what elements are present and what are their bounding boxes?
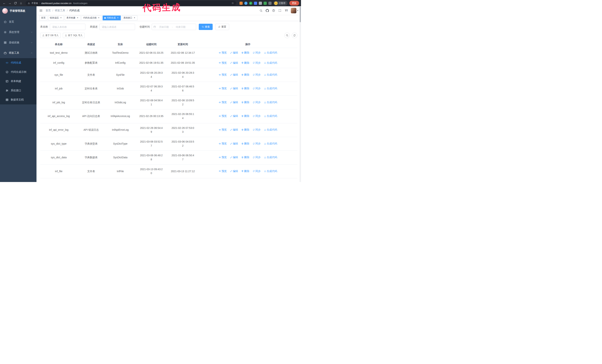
sidebar-item-codegen-example[interactable]: 代码生成示例 <box>0 67 36 77</box>
generate-code-link[interactable]: 生成代码 <box>264 51 277 55</box>
sidebar-item-home[interactable]: 首页 <box>0 17 36 27</box>
extensions-puzzle-icon[interactable] <box>269 2 271 5</box>
edit-link[interactable]: 编辑 <box>230 100 238 104</box>
sidebar-item-form-builder[interactable]: 表单构建 <box>0 77 36 86</box>
close-icon[interactable]: × <box>76 17 79 19</box>
extension-icon[interactable] <box>239 2 243 5</box>
sync-link[interactable]: 同步 <box>253 169 261 173</box>
edit-link[interactable]: 编辑 <box>230 155 238 159</box>
reset-button[interactable]: 重置 <box>215 24 229 30</box>
edit-link[interactable]: 编辑 <box>230 128 238 132</box>
extension-icon[interactable] <box>254 2 257 5</box>
preview-link[interactable]: 预览 <box>219 61 227 65</box>
font-size-icon[interactable]: TT <box>283 7 289 14</box>
delete-link[interactable]: 删除 <box>241 51 249 55</box>
sidebar-item-codegen[interactable]: 代码生成 <box>0 58 36 67</box>
user-avatar[interactable] <box>291 8 296 13</box>
generate-code-link[interactable]: 生成代码 <box>264 86 277 91</box>
sidebar-item-infrastructure[interactable]: 基础设施 <box>0 37 36 48</box>
delete-link[interactable]: 删除 <box>241 114 249 118</box>
preview-link[interactable]: 预览 <box>219 86 227 91</box>
preview-link[interactable]: 预览 <box>219 142 227 146</box>
delete-link[interactable]: 删除 <box>241 61 249 65</box>
edit-link[interactable]: 编辑 <box>230 169 238 173</box>
sidebar-item-system-api[interactable]: 系统接口 <box>0 86 36 95</box>
address-bar[interactable]: ⚠ 不安全 dashboard.yudao.iocoder.cn/tool/co… <box>26 1 236 6</box>
edit-link[interactable]: 编辑 <box>230 51 238 55</box>
delete-link[interactable]: 删除 <box>241 128 249 132</box>
sync-link[interactable]: 同步 <box>253 142 261 146</box>
edit-link[interactable]: 编辑 <box>230 142 238 146</box>
delete-link[interactable]: 删除 <box>241 73 249 77</box>
generate-code-link[interactable]: 生成代码 <box>264 100 277 104</box>
delete-link[interactable]: 删除 <box>241 100 249 104</box>
delete-link[interactable]: 删除 <box>241 86 249 91</box>
forward-icon[interactable]: → <box>7 1 12 6</box>
generate-code-link[interactable]: 生成代码 <box>264 114 277 118</box>
extension-icon[interactable] <box>259 2 262 5</box>
preview-link[interactable]: 预览 <box>219 155 227 159</box>
end-date-input[interactable] <box>173 26 188 28</box>
tab-tracing[interactable]: 链路追踪 × <box>48 16 64 20</box>
edit-link[interactable]: 编辑 <box>230 61 238 65</box>
reload-icon[interactable] <box>13 1 18 6</box>
tab-form-builder[interactable]: 表单构建 × <box>65 16 81 20</box>
breadcrumb-item[interactable]: 研发工具 <box>55 9 65 12</box>
preview-link[interactable]: 预览 <box>219 169 227 173</box>
close-icon[interactable]: × <box>133 17 136 19</box>
hamburger-icon[interactable] <box>39 9 43 12</box>
extension-icon[interactable]: ✓ <box>249 2 252 5</box>
preview-link[interactable]: 预览 <box>219 100 227 104</box>
toggle-search-button[interactable] <box>284 32 290 38</box>
back-icon[interactable]: ← <box>2 1 7 6</box>
bookmark-star-icon[interactable]: ☆ <box>232 1 234 5</box>
sidebar-item-dev-tools[interactable]: 研发工具 <box>0 48 36 58</box>
generate-code-link[interactable]: 生成代码 <box>264 61 277 65</box>
delete-link[interactable]: 删除 <box>241 142 249 146</box>
tab-codegen[interactable]: 代码生成 × <box>103 16 121 20</box>
table-name-input[interactable] <box>50 24 86 30</box>
close-icon[interactable]: × <box>117 17 119 19</box>
table-desc-input[interactable] <box>99 24 135 30</box>
app-logo[interactable]: 芋道管理系统 <box>0 6 36 16</box>
sync-link[interactable]: 同步 <box>253 51 261 55</box>
extension-icon[interactable] <box>264 2 267 5</box>
scrollbar[interactable] <box>300 6 301 182</box>
preview-link[interactable]: 预览 <box>219 128 227 132</box>
delete-link[interactable]: 删除 <box>241 169 249 173</box>
extension-icon[interactable] <box>244 2 247 5</box>
generate-code-link[interactable]: 生成代码 <box>264 128 277 132</box>
search-button[interactable]: 搜索 <box>199 24 213 30</box>
preview-link[interactable]: 预览 <box>219 73 227 77</box>
sync-link[interactable]: 同步 <box>253 73 261 77</box>
generate-code-link[interactable]: 生成代码 <box>264 169 277 173</box>
refresh-table-button[interactable] <box>292 32 297 38</box>
close-icon[interactable]: × <box>97 17 100 19</box>
preview-link[interactable]: 预览 <box>219 51 227 55</box>
github-icon[interactable] <box>264 7 270 14</box>
sidebar-item-db-doc[interactable]: 数据库文档 <box>0 95 36 104</box>
edit-link[interactable]: 编辑 <box>230 73 238 77</box>
browser-update-button[interactable]: 更新 <box>289 1 299 6</box>
sync-link[interactable]: 同步 <box>253 100 261 104</box>
tab-home[interactable]: 首页 <box>39 16 47 20</box>
profile-chip[interactable]: ☺ 已暂停 <box>273 1 288 6</box>
sync-link[interactable]: 同步 <box>253 114 261 118</box>
edit-link[interactable]: 编辑 <box>230 114 238 118</box>
date-range-picker[interactable]: - <box>152 24 196 30</box>
delete-link[interactable]: 删除 <box>241 155 249 159</box>
home-icon[interactable]: ⌂ <box>19 1 23 6</box>
preview-link[interactable]: 预览 <box>219 114 227 118</box>
generate-code-link[interactable]: 生成代码 <box>264 142 277 146</box>
search-icon[interactable] <box>258 7 264 14</box>
caret-down-icon[interactable]: ▾ <box>297 10 298 12</box>
sidebar-item-system-management[interactable]: 系统管理 <box>0 27 36 37</box>
sync-link[interactable]: 同步 <box>253 128 261 132</box>
edit-link[interactable]: 编辑 <box>230 86 238 91</box>
tab-system-api[interactable]: 系统接口 × <box>122 16 138 20</box>
generate-code-link[interactable]: 生成代码 <box>264 155 277 159</box>
generate-code-link[interactable]: 生成代码 <box>264 73 277 77</box>
start-date-input[interactable] <box>156 26 172 28</box>
breadcrumb-item[interactable]: 首页 <box>46 9 51 12</box>
import-db-button[interactable]: 基于 DB 导入 <box>40 33 61 38</box>
